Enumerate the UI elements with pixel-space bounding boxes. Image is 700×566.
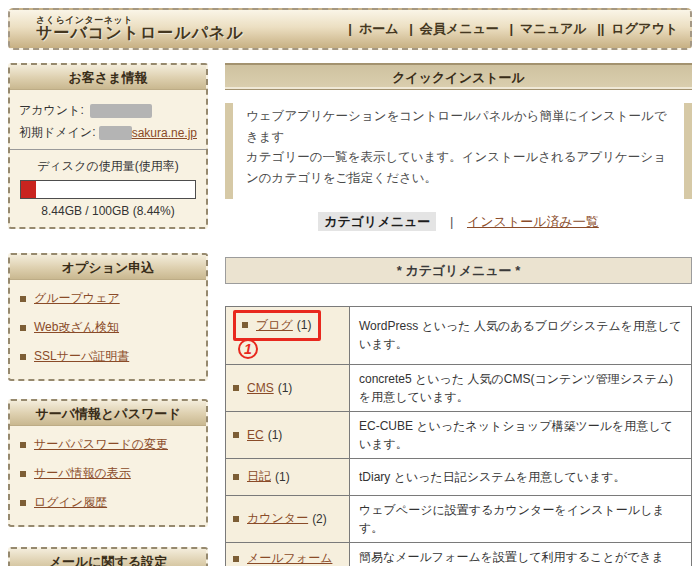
bullet-icon bbox=[233, 556, 239, 562]
category-count: (1) bbox=[275, 470, 290, 484]
customer-info-box: お客さま情報 アカウント: 初期ドメイン: sakura.ne.jp ディスクの… bbox=[8, 63, 208, 229]
sidebar-box-options: オプション申込 グループウェア Web改ざん検知 SSLサーバ証明書 bbox=[8, 253, 208, 381]
category-description: tDiary といった日記システムを用意しています。 bbox=[350, 458, 692, 495]
account-label: アカウント: bbox=[19, 102, 84, 119]
page-title: クイックインストール bbox=[225, 63, 692, 90]
sidebar-link-change-password[interactable]: サーバパスワードの変更 bbox=[34, 436, 168, 453]
sidebar-box-mail-settings: メールに関する設定 メールアドレスの管理 メールアドレス毎の設定 メーリングリス… bbox=[8, 547, 208, 566]
account-row: アカウント: bbox=[19, 102, 197, 119]
customer-info-body: アカウント: 初期ドメイン: sakura.ne.jp ディスクの使用量(使用率… bbox=[10, 90, 206, 227]
bullet-icon bbox=[20, 500, 26, 506]
table-row: EC (1) EC-CUBE といったネットショップ構築ツールを用意しています。 bbox=[226, 411, 692, 458]
table-row: メールフォーム (1) 簡易なメールフォームを設置して利用することができます。 bbox=[226, 542, 692, 566]
options-link-list: グループウェア Web改ざん検知 SSLサーバ証明書 bbox=[10, 280, 206, 379]
list-item: サーバ情報の表示 bbox=[18, 459, 198, 488]
list-item: グループウェア bbox=[18, 284, 198, 313]
domain-suffix-link[interactable]: sakura.ne.jp bbox=[132, 126, 197, 140]
customer-info-title: お客さま情報 bbox=[10, 65, 206, 90]
category-cell-counter: カウンター (2) bbox=[226, 495, 350, 542]
table-row: CMS (1) concrete5 といった 人気のCMS(コンテンツ管理システ… bbox=[226, 364, 692, 411]
category-description: WordPress といった 人気のあるブログシステムを用意しています。 bbox=[350, 306, 692, 364]
bullet-icon bbox=[20, 354, 26, 360]
category-count: (2) bbox=[312, 512, 327, 526]
nav-separator: || bbox=[597, 21, 604, 36]
annotation-1-icon: 1 bbox=[238, 339, 258, 359]
app-header: さくらインターネット サーバコントロールパネル |ホーム |会員メニュー |マニ… bbox=[8, 8, 692, 50]
bullet-icon bbox=[20, 471, 26, 477]
category-table: ブログ (1) 1 WordPress といった 人気のあるブログシステムを用意… bbox=[225, 306, 692, 566]
disk-usage-title: ディスクの使用量(使用率) bbox=[19, 158, 197, 175]
spacer bbox=[8, 229, 208, 253]
tab-separator: | bbox=[450, 214, 453, 229]
category-link-mailform[interactable]: メールフォーム bbox=[247, 550, 332, 566]
table-row: 日記 (1) tDiary といった日記システムを用意しています。 bbox=[226, 458, 692, 495]
initial-domain-row: 初期ドメイン: sakura.ne.jp bbox=[19, 124, 197, 141]
logo-title: サーバコントロールパネル bbox=[36, 25, 244, 42]
category-link-counter[interactable]: カウンター bbox=[247, 510, 308, 527]
sidebar-link-ssl-certificate[interactable]: SSLサーバ証明書 bbox=[34, 348, 129, 365]
options-box-title: オプション申込 bbox=[10, 255, 206, 280]
list-item: SSLサーバ証明書 bbox=[18, 342, 198, 371]
bullet-icon bbox=[20, 296, 26, 302]
spacer bbox=[8, 527, 208, 547]
tab-installed-list-link[interactable]: インストール済み一覧 bbox=[467, 214, 599, 229]
nav-logout-link[interactable]: ログアウト bbox=[611, 21, 678, 36]
list-item: サーバパスワードの変更 bbox=[18, 430, 198, 459]
mail-settings-box-title: メールに関する設定 bbox=[10, 549, 206, 566]
category-count: (1) bbox=[297, 318, 312, 332]
category-description: concrete5 といった 人気のCMS(コンテンツ管理システム)を用意してい… bbox=[350, 364, 692, 411]
nav-separator: | bbox=[348, 21, 352, 36]
bullet-icon bbox=[233, 516, 239, 522]
main-panel: クイックインストール ウェブアプリケーションをコントロールパネルから簡単にインス… bbox=[225, 63, 692, 566]
disk-usage-meter bbox=[20, 180, 196, 199]
category-count: (1) bbox=[268, 428, 283, 442]
category-link-blog[interactable]: ブログ bbox=[256, 317, 293, 334]
disk-usage-fill bbox=[21, 181, 36, 198]
bullet-icon bbox=[233, 474, 239, 480]
category-link-ec[interactable]: EC bbox=[247, 428, 264, 442]
nav-manual-link[interactable]: マニュアル bbox=[520, 21, 587, 36]
highlight-box: ブログ (1) bbox=[233, 310, 321, 341]
sidebar: お客さま情報 アカウント: 初期ドメイン: sakura.ne.jp ディスクの… bbox=[8, 63, 208, 566]
redacted-account-value bbox=[90, 104, 152, 118]
section-title: * カテゴリメニュー * bbox=[225, 257, 692, 284]
sidebar-box-server-info: サーバ情報とパスワード サーバパスワードの変更 サーバ情報の表示 ログイン履歴 bbox=[8, 399, 208, 527]
bullet-icon bbox=[242, 322, 248, 328]
disk-usage-value: 8.44GB / 100GB (8.44%) bbox=[19, 204, 197, 218]
category-link-diary[interactable]: 日記 bbox=[247, 468, 271, 485]
bullet-icon bbox=[233, 432, 239, 438]
category-cell-ec: EC (1) bbox=[226, 411, 350, 458]
sidebar-link-web-tamper-detection[interactable]: Web改ざん検知 bbox=[34, 319, 119, 336]
bullet-icon bbox=[20, 325, 26, 331]
nav-separator: | bbox=[509, 21, 513, 36]
nav-home-link[interactable]: ホーム bbox=[359, 21, 399, 36]
redacted-domain-value bbox=[99, 126, 131, 140]
server-info-link-list: サーバパスワードの変更 サーバ情報の表示 ログイン履歴 bbox=[10, 426, 206, 525]
table-row: カウンター (2) ウェブページに設置するカウンターをインストールします。 bbox=[226, 495, 692, 542]
initial-domain-label: 初期ドメイン: bbox=[19, 124, 95, 141]
bullet-icon bbox=[20, 442, 26, 448]
category-cell-mailform: メールフォーム (1) bbox=[226, 542, 350, 566]
list-item: Web改ざん検知 bbox=[18, 313, 198, 342]
spacer bbox=[8, 381, 208, 399]
nav-member-menu-link[interactable]: 会員メニュー bbox=[420, 21, 499, 36]
category-description: ウェブページに設置するカウンターをインストールします。 bbox=[350, 495, 692, 542]
list-item: ログイン履歴 bbox=[18, 488, 198, 517]
nav-separator: | bbox=[409, 21, 413, 36]
logo[interactable]: さくらインターネット サーバコントロールパネル bbox=[36, 16, 244, 42]
sidebar-link-login-history[interactable]: ログイン履歴 bbox=[34, 494, 107, 511]
header-nav: |ホーム |会員メニュー |マニュアル ||ログアウト bbox=[341, 20, 678, 38]
tab-category-menu[interactable]: カテゴリメニュー bbox=[318, 212, 436, 231]
sidebar-link-server-info[interactable]: サーバ情報の表示 bbox=[34, 465, 131, 482]
sidebar-link-groupware[interactable]: グループウェア bbox=[34, 290, 120, 307]
content-area: お客さま情報 アカウント: 初期ドメイン: sakura.ne.jp ディスクの… bbox=[8, 63, 692, 566]
category-cell-cms: CMS (1) bbox=[226, 364, 350, 411]
description-text: ウェブアプリケーションをコントロールパネルから簡単にインストールできます カテゴ… bbox=[225, 103, 692, 199]
category-description: 簡易なメールフォームを設置して利用することができます。 bbox=[350, 542, 692, 566]
category-link-cms[interactable]: CMS bbox=[247, 381, 274, 395]
sakura-control-panel-page: さくらインターネット サーバコントロールパネル |ホーム |会員メニュー |マニ… bbox=[0, 0, 700, 566]
table-row: ブログ (1) 1 WordPress といった 人気のあるブログシステムを用意… bbox=[226, 306, 692, 364]
customer-box-divider bbox=[10, 149, 206, 150]
category-count: (1) bbox=[278, 381, 293, 395]
bullet-icon bbox=[233, 385, 239, 391]
